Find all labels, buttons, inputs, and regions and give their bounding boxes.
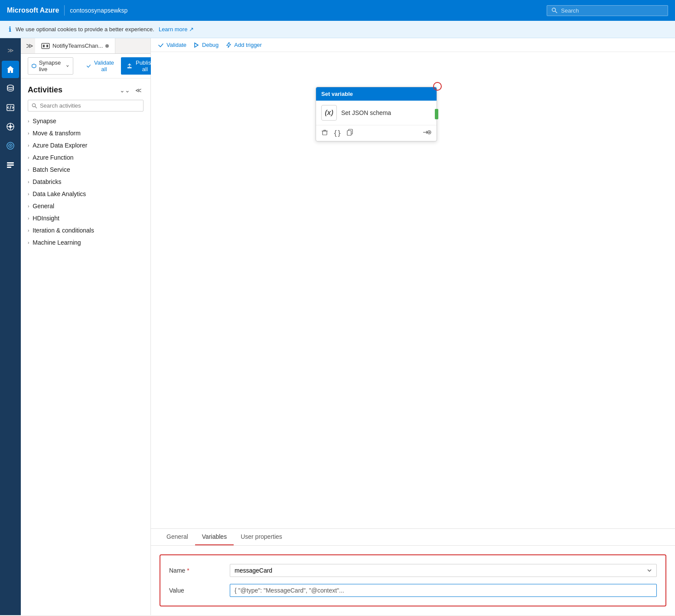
chevron-right-icon: › bbox=[28, 167, 29, 172]
cookie-banner: ℹ We use optional cookies to provide a b… bbox=[0, 21, 675, 38]
chevron-right-icon: › bbox=[28, 143, 29, 148]
chevron-right-icon: › bbox=[28, 204, 29, 209]
tab-unsaved-indicator bbox=[105, 44, 109, 48]
set-variable-card-actions: {} bbox=[316, 125, 437, 141]
activity-group-azure-data-explorer[interactable]: › Azure Data Explorer bbox=[21, 139, 150, 151]
pipeline-tab-label: NotifiyTeamsChan... bbox=[52, 43, 103, 49]
activity-group-machine-learning[interactable]: › Machine Learning bbox=[21, 236, 150, 249]
group-label: Azure Function bbox=[33, 154, 73, 161]
svg-rect-25 bbox=[347, 131, 351, 135]
sidebar-item-home[interactable] bbox=[2, 61, 19, 78]
sidebar-item-integrate[interactable] bbox=[2, 118, 19, 135]
svg-rect-15 bbox=[7, 167, 11, 168]
set-variable-card[interactable]: Set variable (x) Set JSON schema {} bbox=[316, 87, 437, 141]
svg-line-1 bbox=[555, 11, 558, 13]
svg-rect-16 bbox=[42, 43, 49, 49]
activity-group-databricks[interactable]: › Databricks bbox=[21, 176, 150, 188]
activities-title: Activities bbox=[28, 85, 62, 95]
content-area: Validate Debug Add trigger bbox=[151, 38, 675, 615]
develop-icon bbox=[6, 103, 15, 112]
svg-point-20 bbox=[32, 103, 35, 106]
name-label: Name * bbox=[169, 567, 221, 574]
activity-group-iteration-conditionals[interactable]: › Iteration & conditionals bbox=[21, 224, 150, 236]
value-input[interactable]: { "@type": "MessageCard", "@context"... bbox=[230, 584, 657, 597]
synapse-toolbar: Synapse live Validate all Publish all 1 bbox=[21, 54, 150, 79]
chevron-right-icon: › bbox=[28, 228, 29, 233]
activity-group-synapse[interactable]: › Synapse bbox=[21, 115, 150, 127]
sidebar-item-monitor[interactable] bbox=[2, 137, 19, 154]
tab-user-properties[interactable]: User properties bbox=[234, 529, 289, 545]
svg-rect-17 bbox=[43, 45, 45, 47]
debug-btn[interactable]: Debug bbox=[193, 42, 218, 48]
svg-rect-23 bbox=[323, 131, 327, 135]
validate-btn[interactable]: Validate bbox=[158, 42, 186, 48]
copy-activity-icon[interactable] bbox=[346, 129, 353, 138]
chevron-right-icon: › bbox=[28, 131, 29, 136]
tab-variables[interactable]: Variables bbox=[195, 529, 234, 545]
validate-icon bbox=[86, 63, 91, 69]
group-label: Batch Service bbox=[33, 166, 70, 173]
chevron-right-icon: › bbox=[28, 240, 29, 245]
svg-rect-18 bbox=[46, 45, 48, 47]
pipeline-tab[interactable]: NotifiyTeamsChan... bbox=[35, 38, 115, 53]
required-indicator: * bbox=[187, 567, 189, 574]
activity-group-data-lake-analytics[interactable]: › Data Lake Analytics bbox=[21, 188, 150, 200]
close-panel-btn[interactable]: ≪ bbox=[134, 86, 143, 95]
add-trigger-btn[interactable]: Add trigger bbox=[225, 42, 262, 48]
top-bar-divider bbox=[64, 5, 65, 16]
activity-group-azure-function[interactable]: › Azure Function bbox=[21, 151, 150, 164]
svg-rect-13 bbox=[7, 162, 14, 164]
activity-group-hdinsight[interactable]: › HDInsight bbox=[21, 212, 150, 224]
pipeline-tab-icon bbox=[41, 43, 50, 49]
activities-header: Activities ⌄⌄ ≪ bbox=[21, 79, 150, 98]
activity-list: › Synapse › Move & transform › Azure Dat… bbox=[21, 115, 150, 615]
activity-group-move-transform[interactable]: › Move & transform bbox=[21, 127, 150, 139]
svg-point-5 bbox=[9, 125, 12, 128]
debug-play-icon bbox=[193, 42, 199, 48]
integrate-icon bbox=[6, 122, 15, 131]
sidebar-collapse-btn[interactable]: ≫ bbox=[2, 42, 19, 59]
panel-expand-btn[interactable]: ≫ bbox=[24, 40, 35, 52]
name-select[interactable]: messageCard bbox=[230, 564, 657, 577]
synapse-env-selector[interactable]: Synapse live bbox=[28, 57, 73, 75]
global-search[interactable]: Search bbox=[547, 5, 668, 16]
delete-activity-icon[interactable] bbox=[321, 129, 328, 138]
group-label: Synapse bbox=[33, 118, 56, 125]
bottom-panel: General Variables User properties Name * bbox=[151, 528, 675, 615]
tab-general[interactable]: General bbox=[160, 529, 195, 545]
activity-group-general[interactable]: › General bbox=[21, 200, 150, 212]
chevron-right-icon: › bbox=[28, 180, 29, 184]
pipeline-canvas[interactable]: Set variable (x) Set JSON schema {} bbox=[151, 52, 675, 528]
svg-rect-14 bbox=[7, 164, 14, 166]
value-form-row: Value { "@type": "MessageCard", "@contex… bbox=[169, 584, 657, 597]
home-icon bbox=[6, 65, 15, 74]
sidebar-item-manage[interactable] bbox=[2, 156, 19, 174]
chevron-down-icon bbox=[66, 64, 69, 68]
activities-search-input[interactable] bbox=[40, 102, 140, 109]
name-form-row: Name * messageCard bbox=[169, 564, 657, 577]
variable-icon: (x) bbox=[321, 105, 337, 121]
publish-icon bbox=[127, 63, 132, 69]
collapse-all-btn[interactable]: ⌄⌄ bbox=[118, 86, 132, 95]
manage-icon bbox=[6, 161, 15, 169]
trigger-icon bbox=[225, 42, 232, 48]
sidebar-item-develop[interactable] bbox=[2, 99, 19, 116]
svg-marker-19 bbox=[32, 64, 36, 68]
group-label: General bbox=[33, 203, 54, 210]
top-bar: Microsoft Azure contososynapsewksp Searc… bbox=[0, 0, 675, 21]
chevron-right-icon: › bbox=[28, 155, 29, 160]
svg-marker-22 bbox=[195, 43, 198, 47]
search-placeholder: Search bbox=[561, 7, 579, 14]
add-successor-icon[interactable] bbox=[423, 129, 431, 138]
search-icon bbox=[551, 7, 558, 13]
validate-check-icon bbox=[158, 42, 164, 48]
sidebar-item-data[interactable] bbox=[2, 80, 19, 97]
activities-search-box[interactable] bbox=[28, 100, 143, 111]
monitor-icon bbox=[6, 141, 15, 150]
validate-all-btn[interactable]: Validate all bbox=[82, 58, 119, 74]
learn-more-link[interactable]: Learn more ↗ bbox=[159, 26, 194, 33]
azure-logo: Microsoft Azure bbox=[7, 7, 59, 14]
set-variable-card-label: Set JSON schema bbox=[341, 109, 391, 116]
activity-group-batch-service[interactable]: › Batch Service bbox=[21, 164, 150, 176]
code-icon[interactable]: {} bbox=[333, 129, 341, 137]
